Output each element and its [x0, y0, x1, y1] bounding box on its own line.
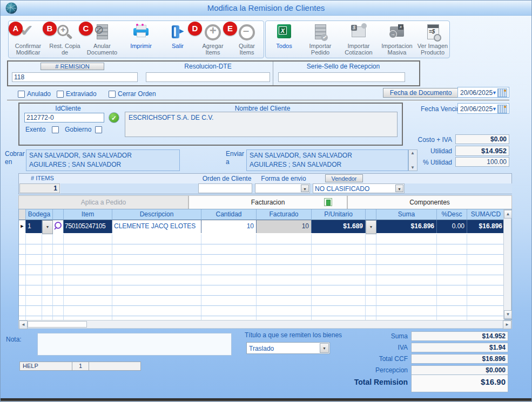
scroll-right-icon[interactable]: ► [503, 321, 511, 329]
grid-header-punitario[interactable]: P/Unitario [312, 209, 366, 220]
grid-header-suma[interactable]: Suma [376, 209, 437, 220]
grid-empty-row[interactable] [19, 296, 511, 306]
hscroll-thumb[interactable] [28, 321, 87, 328]
cell-punitario[interactable]: $1.689 [312, 220, 366, 233]
import-order-button[interactable]: ImportarPedido [301, 23, 339, 57]
exento-checkbox[interactable] [52, 126, 59, 133]
title-bar[interactable]: Modifica la Remision de Clientes [1, 1, 531, 16]
cerrar-orden-checkbox[interactable] [109, 91, 116, 98]
minus-circle-icon [238, 24, 256, 40]
punitario-combo-button[interactable]: ▼ [366, 220, 376, 234]
fecha-documento-button[interactable]: Fecha de Documento [383, 88, 459, 98]
gobierno-label: Gobierno [65, 126, 91, 133]
grid-empty-cell [257, 244, 312, 255]
vendedor-button[interactable]: Vendedor [325, 174, 363, 182]
cell-descripcion[interactable]: CLEMENTE JACQ ELOTES 4 [112, 220, 201, 233]
grid-empty-cell [53, 296, 64, 306]
tab-componentes[interactable]: Componentes [347, 195, 512, 209]
vendedor-select[interactable]: NO CLASIFICADO ▼ [313, 183, 405, 193]
serie-input[interactable] [278, 72, 405, 82]
items-count-value: 1 [19, 183, 60, 193]
cell-cantidad[interactable]: 10 [201, 220, 257, 233]
grid-empty-row[interactable] [19, 265, 511, 275]
cell-suma[interactable]: $16.896 [376, 220, 437, 233]
extraviado-checkbox[interactable] [57, 91, 64, 98]
calendar-icon[interactable] [497, 105, 507, 113]
scroll-up-icon[interactable]: ▲ [410, 151, 415, 155]
scroll-down-icon[interactable]: ▼ [504, 310, 512, 319]
cell-bodega[interactable]: 1 [26, 220, 42, 233]
scroll-left-icon[interactable]: ◄ [19, 321, 28, 329]
chevron-down-icon[interactable]: ▼ [320, 343, 329, 353]
cell-desc-pct[interactable]: 0.00 [437, 220, 467, 233]
total-remision-value: $16.90 [411, 374, 508, 392]
forma-envio-select[interactable]: ▼ [255, 183, 310, 193]
validate-client-icon[interactable]: ✓ [109, 112, 119, 123]
anulado-checkbox[interactable] [18, 91, 25, 98]
grid-header-cantidad[interactable]: Cantidad [201, 209, 257, 220]
fecha-vencimiento-picker[interactable]: 20/06/2025 ▼ [457, 103, 509, 114]
mass-import-button[interactable]: ImportacionMasiva [378, 23, 416, 57]
nota-textarea[interactable] [37, 333, 232, 356]
view-product-image-button[interactable]: Ver ImagenProducto [416, 23, 449, 57]
calendar-icon[interactable] [497, 88, 507, 97]
cell-sumacd[interactable]: $16.896 [467, 220, 504, 233]
percepcion-value: $0.000 [411, 365, 508, 375]
chevron-down-icon[interactable]: ▼ [301, 185, 309, 192]
chevron-down-icon[interactable]: ▼ [395, 185, 403, 192]
grid-header-bodega[interactable]: Bodega [26, 209, 53, 220]
tab-facturacion[interactable]: Facturacion [188, 195, 347, 209]
print-button[interactable]: Imprimir [123, 23, 159, 57]
grid-empty-row[interactable] [19, 244, 511, 255]
resolucion-input[interactable] [146, 72, 270, 82]
grid-empty-cell [53, 306, 64, 316]
titulo-remision-select[interactable]: Traslado ▼ [246, 342, 330, 354]
extra-field[interactable] [89, 362, 141, 371]
exento-label: Exento [25, 126, 45, 133]
grid-data-row[interactable]: ► 1 ▼ 750105247105 CLEMENTE JACQ ELOTES … [19, 220, 511, 234]
chevron-down-icon[interactable]: ▼ [492, 90, 497, 96]
tab-aplica-pedido[interactable]: Aplica a Pedido [18, 195, 188, 209]
grid-empty-cell [112, 306, 201, 316]
grid-empty-cell [312, 255, 366, 265]
bodega-combo-button[interactable]: ▼ [42, 220, 53, 234]
grid-empty-row[interactable] [19, 234, 511, 244]
item-lookup-icon[interactable] [53, 220, 64, 233]
enviar-scrollbar[interactable]: ▲ ▼ [408, 149, 417, 171]
grid-header-sumacd[interactable]: SUMA/CD [467, 209, 504, 220]
gobierno-checkbox[interactable] [95, 126, 102, 133]
grid-empty-cell [42, 275, 53, 285]
grid-empty-row[interactable] [19, 285, 511, 296]
chevron-down-icon[interactable]: ▼ [492, 106, 497, 112]
grid-header-desc-pct[interactable]: %Desc [437, 209, 467, 220]
grid-empty-cell [312, 244, 366, 255]
cobrar-en-box[interactable]: SAN SALVADOR, SAN SALVADOR AGUILARES ; S… [26, 149, 180, 171]
remision-number-input[interactable] [12, 72, 138, 82]
grid-header-facturado[interactable]: Facturado [257, 209, 312, 220]
grid-empty-cell [467, 285, 504, 296]
cell-item[interactable]: 750105247105 [64, 220, 112, 233]
grid-header-descripcion[interactable]: Descripcion [112, 209, 201, 220]
grid-empty-row[interactable] [19, 306, 511, 316]
enviar-a-box[interactable]: SAN SALVADOR, SAN SALVADOR AGUILARES ; S… [246, 149, 408, 171]
grid-empty-cell [467, 234, 504, 244]
import-quote-button[interactable]: ImportarCotizacion [339, 23, 378, 57]
grid-vscrollbar[interactable]: ▲ ▼ [503, 209, 511, 319]
todos-button[interactable]: Todos [267, 23, 301, 57]
page-field[interactable]: 1 [72, 362, 89, 371]
orden-cliente-input[interactable] [198, 183, 252, 193]
remision-number-button[interactable]: # REMISION [41, 63, 104, 70]
nombre-cliente-box[interactable]: ESCRICHSOFT S.A. DE C.V. [125, 112, 398, 137]
cell-facturado[interactable]: 10 [257, 220, 312, 233]
row-selector-icon: ► [19, 220, 26, 233]
grid-empty-row[interactable] [19, 255, 511, 265]
scroll-down-icon[interactable]: ▼ [410, 165, 415, 170]
help-field[interactable]: HELP [19, 362, 72, 371]
idcliente-input[interactable] [24, 113, 104, 122]
grid-hscrollbar[interactable]: ◄ ► [18, 320, 512, 329]
scroll-up-icon[interactable]: ▲ [504, 210, 512, 219]
grid-empty-row[interactable] [19, 275, 511, 285]
fecha-documento-picker[interactable]: 20/06/2025 ▼ [457, 87, 509, 98]
grid-empty-cell [257, 234, 312, 244]
grid-header-item[interactable]: Item [64, 209, 112, 220]
